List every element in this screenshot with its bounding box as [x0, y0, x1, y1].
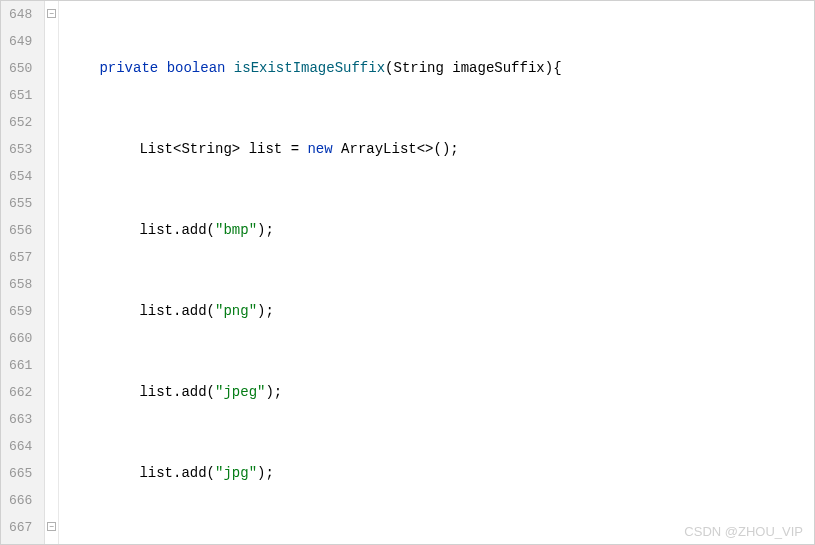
- type: ArrayList: [341, 141, 417, 157]
- string-literal: "bmp": [215, 222, 257, 238]
- punct: (: [434, 141, 442, 157]
- generic: <String>: [173, 141, 240, 157]
- keyword: boolean: [167, 60, 226, 76]
- line-number: 651: [9, 82, 32, 109]
- diamond: <>: [417, 141, 434, 157]
- keyword: new: [307, 141, 332, 157]
- line-number: 658: [9, 271, 32, 298]
- method-call: .add(: [173, 303, 215, 319]
- line-number: 667: [9, 514, 32, 541]
- identifier: list: [139, 222, 173, 238]
- string-literal: "png": [215, 303, 257, 319]
- string-literal: "jpg": [215, 465, 257, 481]
- line-number: 649: [9, 28, 32, 55]
- code-line[interactable]: list.add("jpg");: [79, 460, 814, 487]
- identifier: list: [249, 141, 283, 157]
- punct: {: [553, 60, 561, 76]
- string-literal: "jpeg": [215, 384, 265, 400]
- code-line[interactable]: list.add("jpeg");: [79, 379, 814, 406]
- method-name: isExistImageSuffix: [234, 60, 385, 76]
- line-number: 663: [9, 406, 32, 433]
- punct: ): [545, 60, 553, 76]
- code-line[interactable]: list.add("gif");: [79, 541, 814, 545]
- code-line[interactable]: private boolean isExistImageSuffix(Strin…: [79, 55, 814, 82]
- keyword: private: [99, 60, 158, 76]
- code-line[interactable]: list.add("bmp");: [79, 217, 814, 244]
- assign: =: [282, 141, 307, 157]
- identifier: list: [139, 465, 173, 481]
- fold-gutter: − −: [45, 1, 59, 544]
- method-call: .add(: [173, 222, 215, 238]
- line-number: 660: [9, 325, 32, 352]
- line-number: 659: [9, 298, 32, 325]
- method-call: .add(: [173, 465, 215, 481]
- line-number: 656: [9, 217, 32, 244]
- line-number: 662: [9, 379, 32, 406]
- fold-toggle-icon[interactable]: −: [47, 9, 56, 18]
- code-line[interactable]: List<String> list = new ArrayList<>();: [79, 136, 814, 163]
- punct: );: [442, 141, 459, 157]
- punct: );: [257, 465, 274, 481]
- line-number: 655: [9, 190, 32, 217]
- identifier: list: [139, 384, 173, 400]
- type: String: [393, 60, 443, 76]
- line-number: 654: [9, 163, 32, 190]
- line-number-gutter: 648 649 650 651 652 653 654 655 656 657 …: [1, 1, 45, 544]
- identifier: list: [139, 303, 173, 319]
- code-editor[interactable]: 648 649 650 651 652 653 654 655 656 657 …: [0, 0, 815, 545]
- line-number: 657: [9, 244, 32, 271]
- identifier: imageSuffix: [452, 60, 544, 76]
- line-number: 661: [9, 352, 32, 379]
- line-number: 650: [9, 55, 32, 82]
- method-call: .add(: [173, 384, 215, 400]
- code-line[interactable]: list.add("png");: [79, 298, 814, 325]
- line-number: 653: [9, 136, 32, 163]
- line-number: 648: [9, 1, 32, 28]
- punct: );: [257, 303, 274, 319]
- line-number: 664: [9, 433, 32, 460]
- line-number: 665: [9, 460, 32, 487]
- punct: );: [265, 384, 282, 400]
- code-content[interactable]: private boolean isExistImageSuffix(Strin…: [59, 1, 814, 544]
- punct: );: [257, 222, 274, 238]
- type: List: [139, 141, 173, 157]
- fold-toggle-icon[interactable]: −: [47, 522, 56, 531]
- line-number: 652: [9, 109, 32, 136]
- line-number: 666: [9, 487, 32, 514]
